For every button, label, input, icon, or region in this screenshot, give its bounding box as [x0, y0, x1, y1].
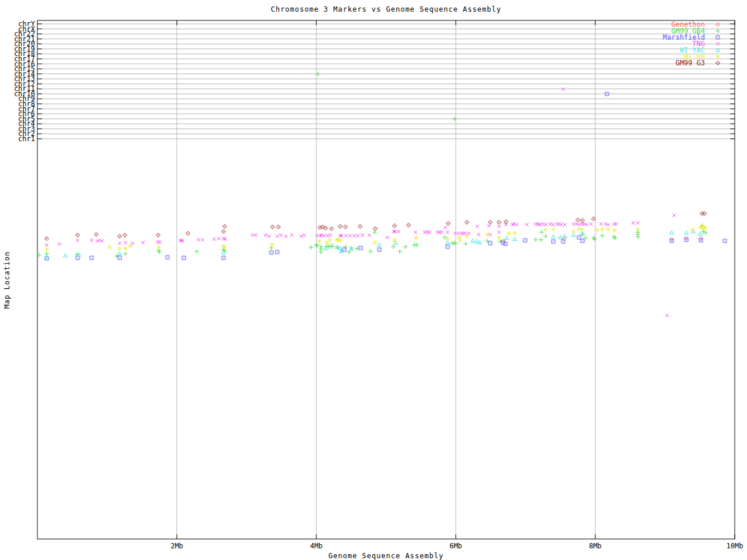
data-point-dot: [337, 247, 337, 247]
data-point: [599, 222, 603, 226]
data-point-dot: [124, 235, 125, 235]
data-point-dot: [577, 219, 578, 220]
data-point-dot: [700, 233, 700, 234]
data-point: [197, 238, 200, 242]
data-point: [391, 244, 396, 249]
data-point-dot: [331, 228, 331, 229]
data-point: [560, 223, 563, 226]
data-point: [251, 233, 254, 237]
data-point: [352, 234, 356, 237]
data-point: [580, 227, 584, 232]
data-point: [539, 230, 544, 235]
chart-window: chrYchrXchr22chr21chr20chr19chr18chr17ch…: [0, 0, 747, 560]
data-point: [543, 234, 548, 239]
data-point: [436, 230, 439, 234]
data-point-dot: [345, 226, 345, 227]
chromosome-tick-label: chr1: [18, 135, 35, 143]
data-point-dot: [119, 257, 120, 258]
data-point-dot: [340, 226, 340, 226]
data-point: [302, 233, 306, 237]
data-point-dot: [724, 240, 725, 241]
data-point-dot: [553, 241, 553, 242]
data-point: [386, 236, 389, 239]
data-point-dot: [717, 24, 718, 24]
data-point: [368, 233, 371, 237]
data-point-dot: [479, 242, 480, 243]
data-point: [356, 234, 359, 237]
data-point: [123, 251, 128, 256]
data-point: [315, 234, 319, 237]
data-point: [615, 222, 618, 226]
x-tick-label: 2Mb: [170, 542, 183, 550]
data-point: [100, 239, 104, 243]
data-point-dot: [686, 232, 686, 233]
data-point: [284, 235, 288, 238]
data-point-dot: [506, 237, 507, 238]
x-tick-label: 8Mb: [589, 542, 602, 550]
data-point: [442, 235, 447, 240]
data-point-dot: [65, 255, 65, 256]
data-point-dot: [447, 246, 448, 247]
data-point-dot: [379, 249, 379, 250]
data-point: [476, 225, 479, 228]
data-point-dot: [578, 237, 579, 237]
data-point: [459, 232, 463, 235]
data-point: [309, 245, 313, 250]
data-point-dot: [693, 231, 693, 232]
data-point-dot: [564, 236, 565, 236]
data-point-dot: [158, 235, 158, 235]
data-point: [96, 239, 99, 243]
data-point-dot: [395, 243, 396, 243]
data-point: [606, 223, 610, 226]
data-point: [403, 244, 408, 249]
data-point: [575, 222, 578, 226]
data-point-dot: [119, 236, 120, 236]
data-point: [612, 235, 616, 239]
data-point: [326, 234, 329, 237]
data-point: [544, 223, 547, 226]
data-point: [551, 223, 555, 226]
data-point: [397, 230, 400, 233]
data-point: [322, 234, 326, 237]
chart-title: Chromosome 3 Markers vs Genome Sequence …: [37, 5, 735, 13]
data-point: [279, 233, 282, 237]
data-point-dot: [490, 243, 490, 243]
data-point: [444, 226, 447, 229]
legend-label: GM99 G3: [675, 59, 705, 67]
data-point-dot: [582, 220, 582, 220]
data-point-dot: [46, 238, 47, 239]
data-point-dot: [77, 235, 78, 235]
data-point: [45, 243, 48, 247]
data-point-dot: [96, 234, 96, 235]
data-point: [45, 247, 49, 251]
data-point-dot: [466, 222, 467, 222]
data-point-dot: [379, 244, 379, 245]
data-point: [141, 241, 145, 244]
data-point: [58, 242, 61, 246]
data-point-dot: [502, 242, 503, 243]
data-point-dot: [271, 252, 271, 253]
data-point-dot: [322, 226, 323, 227]
data-point: [124, 246, 128, 251]
data-point: [572, 222, 575, 226]
data-point: [613, 236, 617, 240]
data-point-dot: [359, 226, 360, 226]
data-point: [314, 243, 319, 247]
data-point-dot: [187, 233, 188, 233]
data-point-dot: [46, 256, 47, 257]
data-point: [563, 223, 567, 226]
data-point-dot: [490, 222, 490, 222]
data-point: [328, 237, 332, 242]
data-point: [319, 250, 323, 254]
data-point: [329, 233, 332, 237]
x-tick-label: 10Mb: [727, 542, 743, 550]
data-point-dot: [223, 257, 224, 258]
data-point-dot: [223, 231, 224, 232]
data-point: [715, 29, 720, 33]
data-point: [604, 222, 608, 226]
data-point-dot: [671, 232, 672, 233]
data-point: [592, 237, 597, 242]
data-point: [665, 314, 669, 317]
data-point: [539, 237, 543, 242]
data-point: [585, 223, 588, 226]
